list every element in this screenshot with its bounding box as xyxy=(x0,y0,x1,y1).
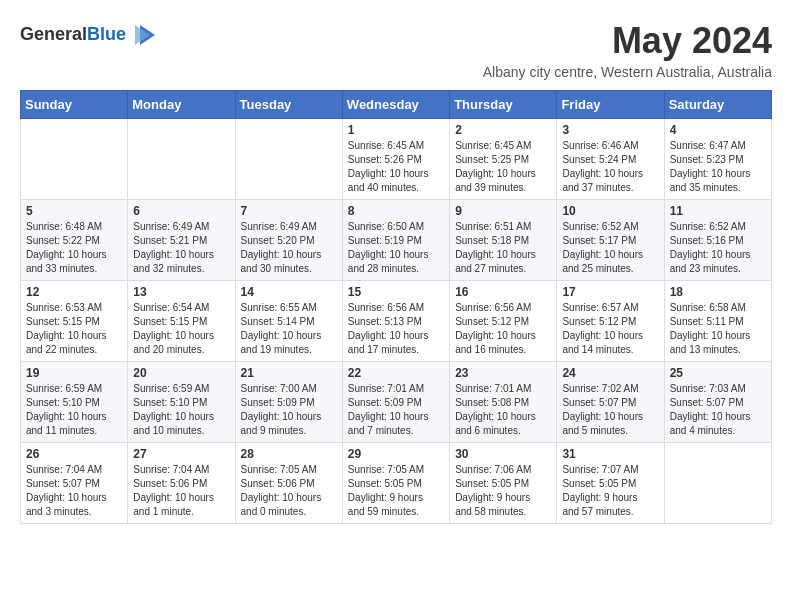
calendar-empty-cell xyxy=(664,443,771,524)
day-number: 18 xyxy=(670,285,766,299)
calendar-day-cell: 28Sunrise: 7:05 AM Sunset: 5:06 PM Dayli… xyxy=(235,443,342,524)
weekday-header-wednesday: Wednesday xyxy=(342,91,449,119)
day-number: 8 xyxy=(348,204,444,218)
logo-blue: Blue xyxy=(87,24,126,44)
calendar-day-cell: 11Sunrise: 6:52 AM Sunset: 5:16 PM Dayli… xyxy=(664,200,771,281)
day-number: 29 xyxy=(348,447,444,461)
calendar-day-cell: 18Sunrise: 6:58 AM Sunset: 5:11 PM Dayli… xyxy=(664,281,771,362)
calendar-day-cell: 23Sunrise: 7:01 AM Sunset: 5:08 PM Dayli… xyxy=(450,362,557,443)
calendar-header-row: SundayMondayTuesdayWednesdayThursdayFrid… xyxy=(21,91,772,119)
calendar-day-cell: 7Sunrise: 6:49 AM Sunset: 5:20 PM Daylig… xyxy=(235,200,342,281)
calendar-day-cell: 4Sunrise: 6:47 AM Sunset: 5:23 PM Daylig… xyxy=(664,119,771,200)
calendar-day-cell: 10Sunrise: 6:52 AM Sunset: 5:17 PM Dayli… xyxy=(557,200,664,281)
day-info: Sunrise: 6:54 AM Sunset: 5:15 PM Dayligh… xyxy=(133,301,229,357)
calendar-day-cell: 15Sunrise: 6:56 AM Sunset: 5:13 PM Dayli… xyxy=(342,281,449,362)
calendar-day-cell: 17Sunrise: 6:57 AM Sunset: 5:12 PM Dayli… xyxy=(557,281,664,362)
calendar-day-cell: 16Sunrise: 6:56 AM Sunset: 5:12 PM Dayli… xyxy=(450,281,557,362)
day-info: Sunrise: 6:56 AM Sunset: 5:12 PM Dayligh… xyxy=(455,301,551,357)
weekday-header-thursday: Thursday xyxy=(450,91,557,119)
day-number: 13 xyxy=(133,285,229,299)
day-info: Sunrise: 6:53 AM Sunset: 5:15 PM Dayligh… xyxy=(26,301,122,357)
day-number: 17 xyxy=(562,285,658,299)
day-number: 11 xyxy=(670,204,766,218)
day-info: Sunrise: 7:02 AM Sunset: 5:07 PM Dayligh… xyxy=(562,382,658,438)
calendar-day-cell: 5Sunrise: 6:48 AM Sunset: 5:22 PM Daylig… xyxy=(21,200,128,281)
day-info: Sunrise: 6:55 AM Sunset: 5:14 PM Dayligh… xyxy=(241,301,337,357)
calendar-week-row: 5Sunrise: 6:48 AM Sunset: 5:22 PM Daylig… xyxy=(21,200,772,281)
day-number: 21 xyxy=(241,366,337,380)
day-info: Sunrise: 6:59 AM Sunset: 5:10 PM Dayligh… xyxy=(133,382,229,438)
day-number: 24 xyxy=(562,366,658,380)
day-number: 25 xyxy=(670,366,766,380)
day-info: Sunrise: 7:04 AM Sunset: 5:07 PM Dayligh… xyxy=(26,463,122,519)
calendar-day-cell: 27Sunrise: 7:04 AM Sunset: 5:06 PM Dayli… xyxy=(128,443,235,524)
day-number: 1 xyxy=(348,123,444,137)
calendar-day-cell: 14Sunrise: 6:55 AM Sunset: 5:14 PM Dayli… xyxy=(235,281,342,362)
calendar-day-cell: 22Sunrise: 7:01 AM Sunset: 5:09 PM Dayli… xyxy=(342,362,449,443)
day-number: 14 xyxy=(241,285,337,299)
weekday-header-monday: Monday xyxy=(128,91,235,119)
day-number: 10 xyxy=(562,204,658,218)
day-number: 16 xyxy=(455,285,551,299)
day-number: 23 xyxy=(455,366,551,380)
day-number: 28 xyxy=(241,447,337,461)
weekday-header-friday: Friday xyxy=(557,91,664,119)
day-number: 6 xyxy=(133,204,229,218)
day-info: Sunrise: 6:45 AM Sunset: 5:26 PM Dayligh… xyxy=(348,139,444,195)
day-number: 12 xyxy=(26,285,122,299)
day-number: 27 xyxy=(133,447,229,461)
day-number: 7 xyxy=(241,204,337,218)
calendar-day-cell: 20Sunrise: 6:59 AM Sunset: 5:10 PM Dayli… xyxy=(128,362,235,443)
day-number: 26 xyxy=(26,447,122,461)
calendar-day-cell: 2Sunrise: 6:45 AM Sunset: 5:25 PM Daylig… xyxy=(450,119,557,200)
calendar-empty-cell xyxy=(128,119,235,200)
day-info: Sunrise: 6:52 AM Sunset: 5:17 PM Dayligh… xyxy=(562,220,658,276)
calendar-day-cell: 3Sunrise: 6:46 AM Sunset: 5:24 PM Daylig… xyxy=(557,119,664,200)
weekday-header-tuesday: Tuesday xyxy=(235,91,342,119)
calendar-day-cell: 31Sunrise: 7:07 AM Sunset: 5:05 PM Dayli… xyxy=(557,443,664,524)
day-info: Sunrise: 7:03 AM Sunset: 5:07 PM Dayligh… xyxy=(670,382,766,438)
day-info: Sunrise: 7:01 AM Sunset: 5:08 PM Dayligh… xyxy=(455,382,551,438)
day-number: 3 xyxy=(562,123,658,137)
title-section: May 2024 Albany city centre, Western Aus… xyxy=(483,20,772,80)
day-info: Sunrise: 7:07 AM Sunset: 5:05 PM Dayligh… xyxy=(562,463,658,519)
day-info: Sunrise: 7:06 AM Sunset: 5:05 PM Dayligh… xyxy=(455,463,551,519)
day-info: Sunrise: 6:47 AM Sunset: 5:23 PM Dayligh… xyxy=(670,139,766,195)
calendar-day-cell: 1Sunrise: 6:45 AM Sunset: 5:26 PM Daylig… xyxy=(342,119,449,200)
day-number: 19 xyxy=(26,366,122,380)
calendar-day-cell: 19Sunrise: 6:59 AM Sunset: 5:10 PM Dayli… xyxy=(21,362,128,443)
calendar-day-cell: 24Sunrise: 7:02 AM Sunset: 5:07 PM Dayli… xyxy=(557,362,664,443)
weekday-header-sunday: Sunday xyxy=(21,91,128,119)
day-number: 15 xyxy=(348,285,444,299)
day-info: Sunrise: 6:50 AM Sunset: 5:19 PM Dayligh… xyxy=(348,220,444,276)
day-info: Sunrise: 6:51 AM Sunset: 5:18 PM Dayligh… xyxy=(455,220,551,276)
calendar-day-cell: 8Sunrise: 6:50 AM Sunset: 5:19 PM Daylig… xyxy=(342,200,449,281)
day-number: 5 xyxy=(26,204,122,218)
day-info: Sunrise: 6:49 AM Sunset: 5:20 PM Dayligh… xyxy=(241,220,337,276)
day-info: Sunrise: 6:52 AM Sunset: 5:16 PM Dayligh… xyxy=(670,220,766,276)
day-info: Sunrise: 6:48 AM Sunset: 5:22 PM Dayligh… xyxy=(26,220,122,276)
day-number: 30 xyxy=(455,447,551,461)
logo-general: General xyxy=(20,24,87,44)
logo: GeneralBlue xyxy=(20,20,160,50)
calendar-day-cell: 30Sunrise: 7:06 AM Sunset: 5:05 PM Dayli… xyxy=(450,443,557,524)
day-number: 9 xyxy=(455,204,551,218)
calendar-week-row: 12Sunrise: 6:53 AM Sunset: 5:15 PM Dayli… xyxy=(21,281,772,362)
calendar-day-cell: 12Sunrise: 6:53 AM Sunset: 5:15 PM Dayli… xyxy=(21,281,128,362)
day-info: Sunrise: 7:04 AM Sunset: 5:06 PM Dayligh… xyxy=(133,463,229,519)
day-info: Sunrise: 6:58 AM Sunset: 5:11 PM Dayligh… xyxy=(670,301,766,357)
location-title: Albany city centre, Western Australia, A… xyxy=(483,64,772,80)
calendar-day-cell: 9Sunrise: 6:51 AM Sunset: 5:18 PM Daylig… xyxy=(450,200,557,281)
day-info: Sunrise: 6:49 AM Sunset: 5:21 PM Dayligh… xyxy=(133,220,229,276)
calendar-table: SundayMondayTuesdayWednesdayThursdayFrid… xyxy=(20,90,772,524)
page-header: GeneralBlue May 2024 Albany city centre,… xyxy=(20,20,772,80)
calendar-day-cell: 25Sunrise: 7:03 AM Sunset: 5:07 PM Dayli… xyxy=(664,362,771,443)
calendar-empty-cell xyxy=(235,119,342,200)
day-info: Sunrise: 7:05 AM Sunset: 5:06 PM Dayligh… xyxy=(241,463,337,519)
month-title: May 2024 xyxy=(483,20,772,62)
day-number: 4 xyxy=(670,123,766,137)
day-info: Sunrise: 6:45 AM Sunset: 5:25 PM Dayligh… xyxy=(455,139,551,195)
calendar-day-cell: 29Sunrise: 7:05 AM Sunset: 5:05 PM Dayli… xyxy=(342,443,449,524)
day-info: Sunrise: 6:57 AM Sunset: 5:12 PM Dayligh… xyxy=(562,301,658,357)
day-number: 31 xyxy=(562,447,658,461)
